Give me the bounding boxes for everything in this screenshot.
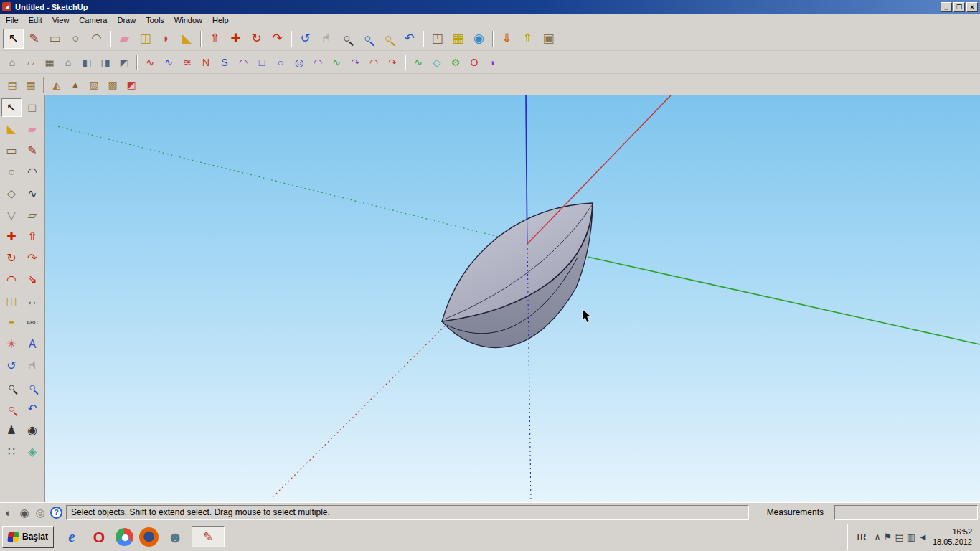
polygon-tool-icon[interactable]: ◇ xyxy=(1,184,22,203)
axes-tool-icon[interactable]: ✳ xyxy=(1,335,22,354)
move-icon[interactable]: ✚ xyxy=(1,227,22,246)
freehand-spline-icon[interactable]: ∿ xyxy=(327,53,346,71)
zoom-icon[interactable]: ○ xyxy=(336,29,357,49)
opera-icon[interactable]: O xyxy=(88,526,110,547)
arc-curve-icon[interactable]: ◠ xyxy=(308,53,327,71)
get-current-view-icon[interactable]: ◳ xyxy=(427,29,448,49)
signin-status-icon[interactable]: ◎ xyxy=(34,506,47,519)
follow-me-icon[interactable]: ↷ xyxy=(267,29,288,49)
close-button[interactable]: × xyxy=(966,2,978,12)
claim-credit-icon[interactable]: ◉ xyxy=(18,506,31,519)
select-tool-icon[interactable]: ↖ xyxy=(3,29,24,49)
follow-me-icon[interactable]: ↷ xyxy=(22,249,42,268)
dimension-icon[interactable]: ↔ xyxy=(22,292,42,311)
top-view-icon[interactable]: ▦ xyxy=(40,53,59,71)
catmull-spline-icon[interactable]: N xyxy=(197,53,215,71)
menu-draw[interactable]: Draw xyxy=(112,14,141,26)
contacts-icon[interactable]: ☻ xyxy=(164,526,186,547)
orbit-icon[interactable]: ↺ xyxy=(1,357,22,375)
3d-text-icon[interactable]: A xyxy=(22,335,42,354)
toggle-terrain-icon[interactable]: ▦ xyxy=(448,29,468,49)
notification-flag-icon[interactable]: ⚑ xyxy=(884,532,892,542)
menu-view[interactable]: View xyxy=(47,14,75,26)
rotate-icon[interactable]: ↻ xyxy=(246,29,267,49)
titlebar[interactable]: ◢ Untitled - SketchUp _❐× xyxy=(0,0,980,14)
google-earth-icon[interactable]: ◉ xyxy=(468,29,489,49)
text-tool-icon[interactable]: ABC xyxy=(22,314,42,332)
rotated-rectangle-icon[interactable]: ▱ xyxy=(22,206,42,225)
rectangle-tool-icon[interactable]: ▭ xyxy=(44,29,65,49)
scale-icon[interactable]: ⇘ xyxy=(22,270,42,289)
paint-bucket-icon[interactable]: ◣ xyxy=(1,120,22,138)
polyarc-icon[interactable]: ↷ xyxy=(383,53,402,71)
eraser-tool-icon[interactable]: ▰ xyxy=(22,120,42,138)
fspline-icon[interactable]: ≋ xyxy=(178,53,197,71)
zoom-window-icon[interactable]: ○ xyxy=(357,29,378,49)
zoom-extents-icon[interactable]: ○ xyxy=(378,29,399,49)
zoom-window-icon[interactable]: ○ xyxy=(22,378,42,397)
components-icon[interactable]: ▣ xyxy=(538,29,559,49)
iso-view-icon[interactable]: ⌂ xyxy=(3,53,22,71)
drape-icon[interactable]: ▧ xyxy=(85,75,103,93)
from-scratch-icon[interactable]: ▦ xyxy=(22,75,40,93)
zoom-icon[interactable]: ○ xyxy=(1,378,22,397)
menu-window[interactable]: Window xyxy=(169,14,207,26)
arc-tool-icon[interactable]: ◠ xyxy=(86,29,107,49)
tape-measure-icon[interactable]: ◫ xyxy=(1,292,22,311)
internet-explorer-icon[interactable]: e xyxy=(61,526,83,547)
tape-measure-icon[interactable]: ◫ xyxy=(135,29,156,49)
curvature-arc-icon[interactable]: ↷ xyxy=(346,53,364,71)
offset-icon[interactable]: ◠ xyxy=(1,270,22,289)
protractor-icon[interactable]: ◓ xyxy=(1,314,22,332)
paint-bucket-icon[interactable]: ◣ xyxy=(176,29,197,49)
polygon-profile-icon[interactable]: ◇ xyxy=(428,53,446,71)
restore-button[interactable]: ❐ xyxy=(953,2,965,12)
push-pull-icon[interactable]: ⇧ xyxy=(204,29,225,49)
position-camera-icon[interactable]: ♟ xyxy=(1,421,22,440)
sketchup-task-button[interactable]: ✎ xyxy=(192,526,225,547)
line-tool-icon[interactable]: ✎ xyxy=(22,141,42,160)
left-view-icon[interactable]: ◩ xyxy=(115,53,133,71)
perspective-view-icon[interactable]: ▱ xyxy=(22,53,40,71)
smoove-icon[interactable]: ◭ xyxy=(47,75,66,93)
uniform-bspline-icon[interactable]: ◠ xyxy=(234,53,253,71)
walk-icon[interactable]: ∷ xyxy=(1,443,22,461)
menu-tools[interactable]: Tools xyxy=(141,14,169,26)
zoom-previous-icon[interactable]: ↶ xyxy=(22,400,42,418)
zoom-extents-icon[interactable]: ○ xyxy=(1,400,22,418)
stamp-icon[interactable]: ▲ xyxy=(66,75,85,93)
section-plane-icon[interactable]: ◈ xyxy=(22,443,42,461)
circle-tool-icon[interactable]: ○ xyxy=(1,163,22,182)
clipboard-icon[interactable]: ▤ xyxy=(895,532,903,542)
move-icon[interactable]: ✚ xyxy=(225,29,246,49)
menu-edit[interactable]: Edit xyxy=(24,14,47,26)
look-around-icon[interactable]: ◉ xyxy=(22,421,42,440)
make-component-icon[interactable]: ◻ xyxy=(22,98,42,117)
cubic-spline-icon[interactable]: S xyxy=(215,53,234,71)
line-tool-icon[interactable]: ✎ xyxy=(24,29,44,49)
freehand-tool-icon[interactable]: ∿ xyxy=(22,184,42,203)
front-view-icon[interactable]: ⌂ xyxy=(59,53,77,71)
add-detail-icon[interactable]: ▩ xyxy=(103,75,122,93)
volume-icon[interactable]: ◄ xyxy=(918,532,928,542)
zoom-previous-icon[interactable]: ↶ xyxy=(399,29,420,49)
ellipse-tool-icon[interactable]: O xyxy=(465,53,484,71)
square-profile-icon[interactable]: □ xyxy=(253,53,271,71)
vertex-edit-icon[interactable]: ◗ xyxy=(484,53,502,71)
orbit-icon[interactable]: ↺ xyxy=(295,29,316,49)
get-models-icon[interactable]: ⇓ xyxy=(496,29,517,49)
start-button[interactable]: Başlat xyxy=(2,526,54,548)
rotate-icon[interactable]: ↻ xyxy=(1,249,22,268)
geolocation-icon[interactable]: ◐ xyxy=(2,506,15,519)
flip-edge-icon[interactable]: ◩ xyxy=(122,75,141,93)
spiral-curve-icon[interactable]: ◎ xyxy=(290,53,308,71)
simplify-curve-icon[interactable]: ∿ xyxy=(409,53,428,71)
bezier-arc-icon[interactable]: ◠ xyxy=(364,53,383,71)
from-contours-icon[interactable]: ▤ xyxy=(3,75,22,93)
viewport-3d[interactable] xyxy=(45,95,980,502)
polyline-icon[interactable]: ∿ xyxy=(159,53,178,71)
protractor-icon[interactable]: ◗ xyxy=(156,29,176,49)
menu-camera[interactable]: Camera xyxy=(74,14,112,26)
viewport-canvas[interactable] xyxy=(45,95,980,502)
pan-icon[interactable]: ☝ xyxy=(316,29,336,49)
